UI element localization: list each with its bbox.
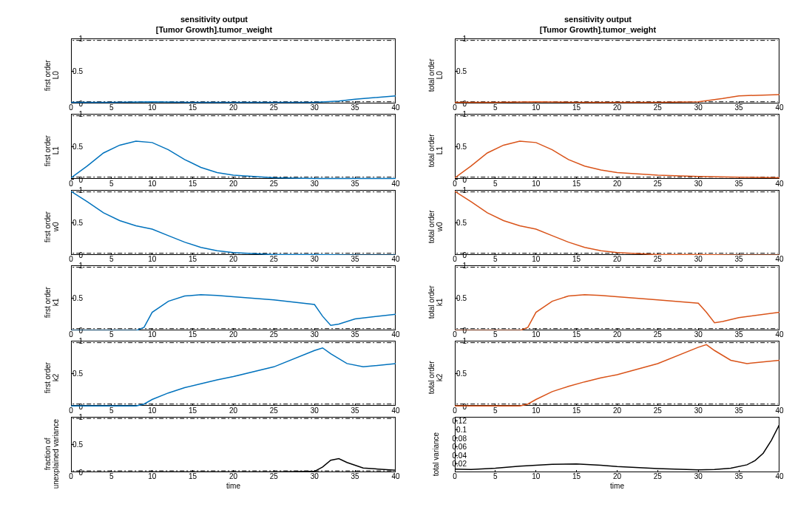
data-series bbox=[71, 141, 396, 178]
x-tick-labels: 0510152025303540 bbox=[455, 330, 779, 339]
svg-rect-165 bbox=[456, 417, 779, 472]
line-chart bbox=[455, 265, 779, 330]
data-series bbox=[71, 295, 396, 331]
y-axis-label: total order k1 bbox=[416, 265, 455, 339]
x-axis-label: time bbox=[71, 482, 396, 491]
right-title-line1: sensitivity output bbox=[416, 15, 779, 25]
right-panels: total order L000.510510152025303540total… bbox=[416, 38, 779, 492]
svg-rect-105 bbox=[456, 115, 779, 179]
plot-area: 00.510510152025303540 bbox=[455, 114, 779, 188]
y-axis-label: total order L0 bbox=[416, 38, 455, 112]
subplot-panel: total order k100.510510152025303540 bbox=[416, 265, 779, 339]
line-chart bbox=[455, 190, 779, 255]
line-chart bbox=[71, 190, 396, 255]
left-title: sensitivity output [Tumor Growth].tumor_… bbox=[33, 15, 396, 35]
left-column: sensitivity output [Tumor Growth].tumor_… bbox=[22, 15, 406, 492]
subplot-panel: total order k200.510510152025303540 bbox=[416, 341, 779, 415]
svg-rect-90 bbox=[456, 38, 779, 103]
line-chart bbox=[71, 417, 396, 472]
svg-rect-45 bbox=[72, 265, 396, 330]
data-series bbox=[71, 348, 396, 406]
plot-area: 00.510510152025303540 bbox=[71, 265, 396, 339]
line-chart bbox=[71, 114, 396, 179]
y-axis-label: first order k2 bbox=[33, 341, 71, 415]
x-tick-labels: 0510152025303540 bbox=[71, 180, 396, 188]
y-axis-label: total order L1 bbox=[416, 114, 455, 188]
plot-area: 00.510510152025303540 bbox=[71, 38, 396, 112]
y-axis-label: fraction of unexplained variance bbox=[33, 417, 71, 491]
right-title-line2: [Tumor Growth].tumor_weight bbox=[416, 25, 779, 35]
x-tick-labels: 0510152025303540 bbox=[71, 472, 396, 481]
x-tick-labels: 0510152025303540 bbox=[71, 255, 396, 264]
right-column: sensitivity output [Tumor Growth].tumor_… bbox=[406, 15, 790, 492]
data-series bbox=[455, 191, 779, 255]
line-chart bbox=[71, 341, 396, 406]
y-axis-label: total variance bbox=[416, 417, 455, 491]
data-series bbox=[455, 295, 779, 331]
data-series bbox=[455, 141, 779, 177]
y-axis-label: first order L1 bbox=[33, 114, 71, 188]
subplot-panel: total variance0.020.040.060.080.10.12051… bbox=[416, 417, 779, 491]
svg-rect-75 bbox=[72, 417, 396, 472]
data-series bbox=[71, 191, 396, 255]
plot-area: 00.510510152025303540time bbox=[71, 417, 396, 491]
svg-rect-15 bbox=[72, 115, 396, 179]
subplot-panel: first order w000.510510152025303540 bbox=[33, 190, 396, 264]
plot-area: 00.510510152025303540 bbox=[455, 265, 779, 339]
line-chart bbox=[455, 38, 779, 103]
x-tick-labels: 0510152025303540 bbox=[455, 406, 779, 415]
subplot-panel: total order L100.510510152025303540 bbox=[416, 114, 779, 188]
subplot-panel: first order k100.510510152025303540 bbox=[33, 265, 396, 339]
plot-area: 00.510510152025303540 bbox=[71, 114, 396, 188]
y-axis-label: first order w0 bbox=[33, 190, 71, 264]
plot-area: 00.510510152025303540 bbox=[71, 190, 396, 264]
plot-area: 00.510510152025303540 bbox=[455, 341, 779, 415]
svg-rect-120 bbox=[456, 190, 779, 254]
left-title-line2: [Tumor Growth].tumor_weight bbox=[33, 25, 396, 35]
y-axis-label: first order k1 bbox=[33, 265, 71, 339]
x-tick-labels: 0510152025303540 bbox=[71, 330, 396, 339]
line-chart bbox=[455, 114, 779, 179]
subplot-panel: total order L000.510510152025303540 bbox=[416, 38, 779, 112]
left-panels: first order L000.510510152025303540first… bbox=[33, 38, 396, 492]
left-title-line1: sensitivity output bbox=[33, 15, 396, 25]
data-series bbox=[455, 345, 779, 406]
svg-rect-0 bbox=[72, 38, 396, 103]
x-tick-labels: 0510152025303540 bbox=[455, 103, 779, 112]
subplot-panel: first order L000.510510152025303540 bbox=[33, 38, 396, 112]
subplot-panel: total order w000.510510152025303540 bbox=[416, 190, 779, 264]
plot-area: 00.510510152025303540 bbox=[455, 38, 779, 112]
svg-rect-135 bbox=[456, 265, 779, 330]
y-axis-label: total order k2 bbox=[416, 341, 455, 415]
line-chart bbox=[71, 38, 396, 103]
plot-area: 00.510510152025303540 bbox=[455, 190, 779, 264]
plot-area: 00.510510152025303540 bbox=[71, 341, 396, 415]
y-axis-label: total order w0 bbox=[416, 190, 455, 264]
svg-rect-30 bbox=[72, 190, 396, 254]
subplot-panel: first order L100.510510152025303540 bbox=[33, 114, 396, 188]
x-axis-label: time bbox=[455, 482, 779, 491]
data-series bbox=[455, 424, 779, 469]
x-tick-labels: 0510152025303540 bbox=[455, 180, 779, 188]
x-tick-labels: 0510152025303540 bbox=[71, 406, 396, 415]
svg-rect-60 bbox=[72, 341, 396, 406]
plot-area: 0.020.040.060.080.10.120510152025303540t… bbox=[455, 417, 779, 491]
y-axis-label: first order L0 bbox=[33, 38, 71, 112]
subplot-panel: first order k200.510510152025303540 bbox=[33, 341, 396, 415]
x-tick-labels: 0510152025303540 bbox=[455, 472, 779, 481]
svg-rect-150 bbox=[456, 341, 779, 406]
x-tick-labels: 0510152025303540 bbox=[455, 255, 779, 264]
line-chart bbox=[455, 417, 779, 472]
line-chart bbox=[455, 341, 779, 406]
line-chart bbox=[71, 265, 396, 330]
x-tick-labels: 0510152025303540 bbox=[71, 103, 396, 112]
subplot-panel: fraction of unexplained variance00.51051… bbox=[33, 417, 396, 491]
right-title: sensitivity output [Tumor Growth].tumor_… bbox=[416, 15, 779, 35]
